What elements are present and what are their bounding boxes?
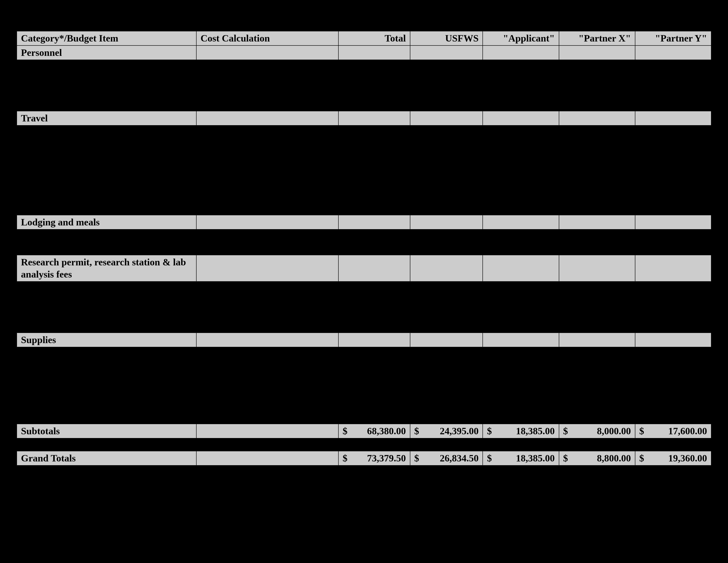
row-blank (17, 85, 711, 98)
subtotals-usfws: $24,395.00 (410, 424, 483, 438)
grandtotals-partnery: $19,360.00 (635, 451, 711, 465)
section-travel-label: Travel (17, 111, 196, 125)
row-blank (17, 373, 711, 386)
row-blank (17, 60, 711, 73)
row-blank (17, 438, 711, 451)
subtotals-total: $68,380.00 (338, 424, 410, 438)
row-blank (17, 138, 711, 151)
grandtotals-total: $73,379.50 (338, 451, 410, 465)
row-blank (17, 202, 711, 215)
row-blank (17, 177, 711, 189)
row-blank (17, 307, 711, 320)
grandtotals-partnerx: $8,800.00 (559, 451, 635, 465)
section-lodging: Lodging and meals (17, 215, 711, 229)
grandtotals-applicant: $18,385.00 (483, 451, 559, 465)
row-blank (17, 125, 711, 138)
subtotals-row: Subtotals $68,380.00 $24,395.00 $18,385.… (17, 424, 711, 438)
subtotals-applicant: $18,385.00 (483, 424, 559, 438)
row-blank (17, 73, 711, 85)
header-usfws: USFWS (410, 31, 483, 45)
subtotals-partnerx: $8,000.00 (559, 424, 635, 438)
header-partnery: "Partner Y" (635, 31, 711, 45)
section-research-label: Research permit, research station & lab … (17, 255, 196, 282)
row-blank (17, 386, 711, 398)
row-blank (17, 164, 711, 177)
section-lodging-label: Lodging and meals (17, 215, 196, 229)
row-blank (17, 229, 711, 242)
header-applicant: "Applicant" (483, 31, 559, 45)
row-blank (17, 398, 711, 411)
grandtotals-usfws: $26,834.50 (410, 451, 483, 465)
section-research: Research permit, research station & lab … (17, 255, 711, 282)
row-blank (17, 347, 711, 360)
grandtotals-row: Grand Totals $73,379.50 $26,834.50 $18,3… (17, 451, 711, 465)
header-calc: Cost Calculation (196, 31, 338, 45)
row-blank (17, 282, 711, 294)
row-blank (17, 320, 711, 333)
row-blank (17, 151, 711, 164)
subtotals-label: Subtotals (17, 424, 196, 438)
budget-table: Category*/Budget Item Cost Calculation T… (17, 31, 711, 466)
row-blank (17, 294, 711, 307)
grandtotals-label: Grand Totals (17, 451, 196, 465)
row-blank (17, 360, 711, 373)
section-personnel: Personnel (17, 45, 711, 60)
row-blank (17, 98, 711, 111)
section-supplies: Supplies (17, 333, 711, 347)
header-total: Total (338, 31, 410, 45)
row-blank (17, 189, 711, 202)
subtotals-partnery: $17,600.00 (635, 424, 711, 438)
header-row: Category*/Budget Item Cost Calculation T… (17, 31, 711, 45)
section-travel: Travel (17, 111, 711, 125)
section-supplies-label: Supplies (17, 333, 196, 347)
row-blank (17, 242, 711, 255)
header-category: Category*/Budget Item (17, 31, 196, 45)
section-personnel-label: Personnel (17, 45, 196, 60)
row-blank (17, 411, 711, 424)
header-partnerx: "Partner X" (559, 31, 635, 45)
